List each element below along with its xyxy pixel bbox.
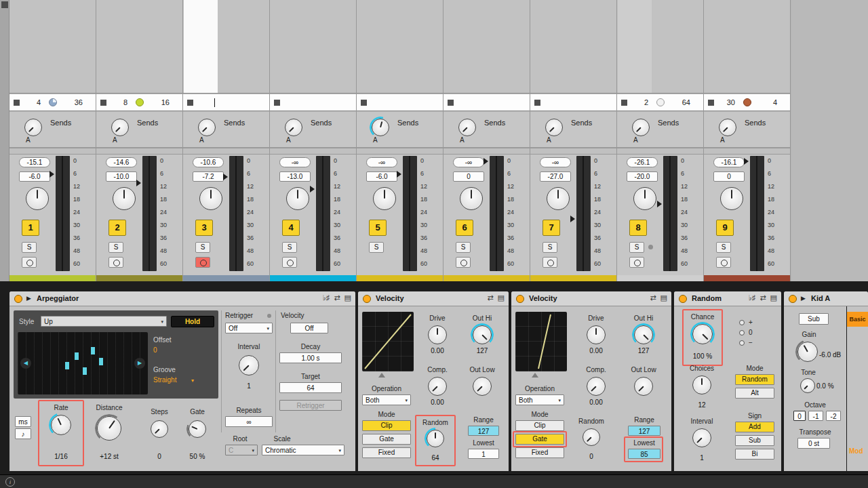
distance-knob[interactable] — [97, 416, 121, 441]
random-value[interactable]: 64 — [418, 454, 453, 462]
clip-slots[interactable] — [357, 0, 443, 94]
sign-bi-button[interactable]: Bi — [735, 449, 774, 460]
range-value[interactable]: 127 — [628, 426, 660, 436]
track-activator[interactable]: 3 — [195, 220, 213, 236]
peak-level[interactable]: -∞ — [453, 157, 484, 167]
device-title-bar[interactable]: ▶ Kid A — [784, 291, 868, 306]
volume-field[interactable]: -10.0 — [106, 171, 137, 182]
curve-marker-icon[interactable] — [532, 373, 538, 378]
out-hi-knob[interactable] — [473, 325, 492, 344]
clip-status-row[interactable] — [530, 94, 616, 111]
octave-minus2-button[interactable]: -2 — [826, 411, 841, 421]
arm-button[interactable] — [456, 257, 471, 268]
hotswap-icon[interactable]: ⇄ — [650, 293, 656, 302]
peak-level[interactable]: -16.1 — [713, 157, 745, 167]
volume-marker[interactable] — [744, 158, 749, 165]
random-value[interactable]: 0 — [574, 453, 609, 460]
mode-clip-button[interactable]: Clip — [362, 420, 411, 431]
choices-knob[interactable] — [692, 375, 711, 394]
volume-field[interactable]: -27.0 — [540, 171, 571, 182]
volume-marker[interactable] — [657, 201, 662, 207]
groove-arrow-icon[interactable]: ▾ — [191, 378, 194, 384]
comp-value[interactable]: 0.00 — [419, 399, 456, 406]
peak-level[interactable]: -15.1 — [19, 157, 50, 167]
tab-basic[interactable]: Basic — [847, 312, 868, 327]
volume-marker[interactable] — [397, 171, 401, 178]
peak-level[interactable]: -26.1 — [627, 157, 658, 167]
comp-value[interactable]: 0.00 — [578, 399, 614, 406]
solo-button[interactable]: S — [282, 242, 297, 253]
arm-button[interactable] — [282, 257, 297, 268]
volume-field[interactable]: -13.0 — [279, 171, 311, 182]
volume-field[interactable]: 0 — [713, 171, 745, 182]
hotswap-icon[interactable]: ⇄ — [487, 293, 493, 302]
mode-alt-button[interactable]: Alt — [735, 388, 774, 399]
steps-value[interactable]: 0 — [140, 453, 179, 460]
track-activator[interactable]: 8 — [629, 220, 647, 236]
scale-dropdown[interactable]: Chromatic ▾ — [262, 445, 344, 455]
volume-field[interactable]: -7.2 — [193, 171, 224, 182]
mode-fixed-button[interactable]: Fixed — [515, 447, 564, 458]
drive-value[interactable]: 0.00 — [419, 347, 456, 354]
lowest-value[interactable]: 85 — [628, 449, 660, 459]
root-dropdown[interactable]: C ▾ — [225, 445, 258, 455]
gate-value[interactable]: 50 % — [178, 453, 217, 460]
clip-stop-icon[interactable] — [361, 100, 367, 106]
volume-marker[interactable] — [570, 216, 575, 222]
track-activator[interactable]: 5 — [369, 220, 387, 236]
device-title-bar[interactable]: Random ♭♯ ⇄ ▤ — [674, 291, 781, 306]
velocity-curve-display[interactable] — [362, 312, 414, 371]
peak-level[interactable]: -10.6 — [193, 157, 224, 167]
device-title-bar[interactable]: Velocity ⇄ ▤ — [358, 291, 509, 306]
solo-button[interactable]: S — [456, 242, 471, 253]
send-a-knob[interactable] — [198, 119, 216, 136]
device-power-button[interactable] — [363, 295, 371, 303]
save-icon[interactable]: ▤ — [498, 293, 505, 302]
peak-level[interactable]: -14.6 — [106, 157, 137, 167]
sub-button[interactable]: Sub — [799, 313, 829, 325]
rate-knob[interactable] — [51, 415, 71, 435]
random-knob[interactable] — [583, 428, 600, 446]
clip-stop-icon[interactable] — [534, 100, 540, 106]
mode-gate-button[interactable]: Gate — [362, 434, 411, 445]
pan-knob[interactable] — [720, 187, 743, 210]
device-power-button[interactable] — [516, 295, 524, 303]
volume-marker[interactable] — [136, 180, 141, 186]
gate-knob[interactable] — [189, 420, 206, 438]
sync-note-button[interactable]: ♪ — [15, 428, 31, 439]
device-power-button[interactable] — [679, 295, 687, 303]
next-page-icon[interactable]: ▶ — [134, 358, 145, 369]
random-knob[interactable] — [427, 430, 444, 447]
clip-slots[interactable] — [270, 0, 356, 94]
offset-value[interactable]: 0 — [153, 346, 157, 354]
pan-knob[interactable] — [286, 187, 309, 210]
pan-knob[interactable] — [633, 187, 656, 210]
save-icon[interactable]: ▤ — [660, 293, 667, 302]
velocity-curve-display[interactable] — [515, 312, 567, 371]
gain-value[interactable]: -6.0 dB — [819, 351, 864, 359]
tab-mod[interactable]: Mod — [849, 447, 863, 455]
decay-value[interactable]: 1.00 s — [279, 352, 342, 363]
peak-level[interactable]: -∞ — [540, 157, 571, 167]
pan-knob[interactable] — [113, 187, 136, 210]
drive-value[interactable]: 0.00 — [578, 347, 614, 354]
solo-button[interactable]: S — [716, 242, 731, 253]
device-power-button[interactable] — [14, 295, 22, 303]
operation-dropdown[interactable]: Both ▾ — [362, 394, 411, 405]
peak-level[interactable]: -∞ — [366, 157, 397, 167]
pan-knob[interactable] — [547, 187, 570, 210]
send-a-knob[interactable] — [632, 119, 650, 136]
gain-knob[interactable] — [797, 342, 818, 362]
arm-button[interactable] — [716, 257, 731, 268]
arp-velocity-mode[interactable]: Off — [290, 323, 328, 333]
tone-knob[interactable] — [800, 378, 815, 393]
out-hi-value[interactable]: 127 — [464, 347, 500, 354]
out-hi-value[interactable]: 127 — [625, 347, 662, 354]
groove-value[interactable]: Straight — [153, 376, 176, 384]
clip-slots[interactable] — [183, 0, 269, 94]
note-names-icon[interactable]: ♭♯ — [323, 293, 330, 302]
arm-button[interactable] — [542, 257, 557, 268]
drive-knob[interactable] — [428, 325, 447, 344]
track-activator[interactable]: 4 — [282, 220, 300, 236]
hotswap-icon[interactable]: ⇄ — [760, 293, 766, 302]
